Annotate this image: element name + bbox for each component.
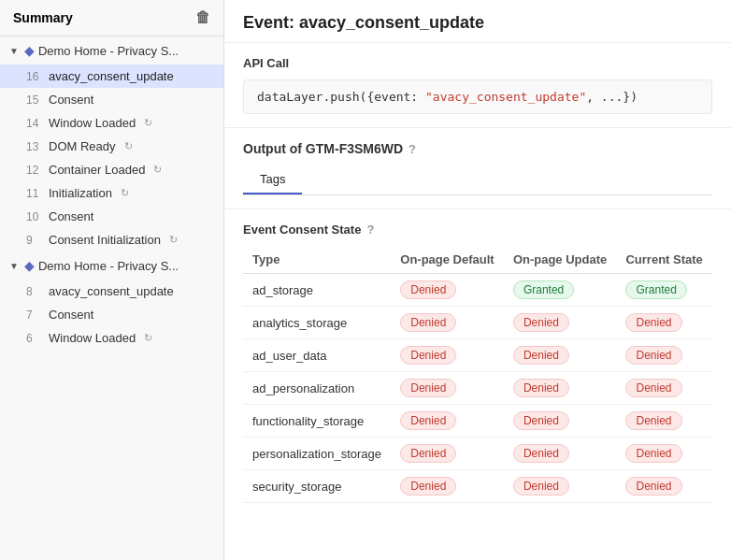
consent-type-4: functionality_storage (243, 405, 391, 438)
api-code-suffix: , ...}) (586, 90, 638, 104)
consent-default-4: Denied (391, 405, 504, 438)
api-code-event: "avacy_consent_update" (425, 90, 586, 104)
sidebar-item-13[interactable]: 13 DOM Ready ↻ (0, 135, 223, 158)
consent-table-header-row: Type On-page Default On-page Update Curr… (243, 246, 712, 274)
consent-section: Event Consent State ? Type On-page Defau… (224, 209, 731, 516)
item-num-8: 8 (26, 285, 43, 298)
sidebar: Summary 🗑 ▼ ◆ Demo Home - Privacy S... 1… (0, 0, 224, 560)
consent-update-3: Denied (504, 372, 617, 405)
item-num-7: 7 (26, 309, 43, 322)
sidebar-header: Summary 🗑 (0, 0, 223, 36)
output-tabs: Tags (243, 165, 712, 195)
refresh-icon-6: ↻ (144, 332, 152, 344)
refresh-icon-13: ↻ (124, 140, 133, 152)
sidebar-item-15[interactable]: 15 Consent (0, 88, 223, 111)
sidebar-item-8[interactable]: 8 avacy_consent_update (0, 280, 223, 303)
output-title: Output of GTM-F3SM6WD ? (243, 141, 712, 156)
api-call-box: dataLayer.push({event: "avacy_consent_up… (243, 79, 712, 114)
diamond-icon: ◆ (24, 43, 35, 58)
api-call-title: API Call (243, 56, 712, 70)
consent-row-0: ad_storageDeniedGrantedGranted (243, 274, 712, 307)
consent-current-4: Denied (616, 405, 712, 438)
item-label-13: DOM Ready (49, 139, 116, 153)
item-label-10: Consent (49, 209, 93, 223)
item-label-16: avacy_consent_update (49, 69, 174, 83)
refresh-icon-12: ↻ (153, 164, 162, 176)
refresh-icon-11: ↻ (121, 187, 129, 199)
chevron-down-icon-2: ▼ (9, 261, 19, 271)
output-title-text: Output of GTM-F3SM6WD (243, 141, 403, 156)
consent-update-1: Denied (504, 307, 617, 339)
col-header-type: Type (243, 246, 391, 274)
consent-update-6: Denied (504, 470, 617, 503)
output-section: Output of GTM-F3SM6WD ? Tags (224, 128, 731, 209)
consent-help-icon[interactable]: ? (366, 223, 374, 237)
item-num-12: 12 (26, 164, 43, 177)
sidebar-item-16[interactable]: 16 avacy_consent_update (0, 65, 223, 88)
consent-current-1: Denied (616, 307, 712, 339)
api-code-prefix: dataLayer.push({event: (257, 90, 425, 104)
consent-row-4: functionality_storageDeniedDeniedDenied (243, 405, 712, 438)
sidebar-item-11[interactable]: 11 Initialization ↻ (0, 181, 223, 205)
consent-row-2: ad_user_dataDeniedDeniedDenied (243, 339, 712, 372)
consent-current-3: Denied (616, 372, 712, 405)
group2-items: 8 avacy_consent_update 7 Consent 6 Windo… (0, 280, 223, 350)
consent-update-0: Granted (504, 274, 617, 307)
refresh-icon-9: ↻ (169, 234, 178, 246)
group2-label: Demo Home - Privacy S... (38, 259, 179, 273)
item-label-8: avacy_consent_update (49, 284, 174, 298)
consent-current-5: Denied (616, 438, 712, 470)
api-call-section: API Call dataLayer.push({event: "avacy_c… (224, 43, 731, 128)
consent-default-1: Denied (391, 307, 504, 339)
item-num-15: 15 (26, 93, 43, 107)
consent-type-1: analytics_storage (243, 307, 391, 339)
consent-default-2: Denied (391, 339, 504, 372)
consent-type-6: security_storage (243, 470, 391, 503)
item-label-11: Initialization (49, 186, 112, 200)
chevron-down-icon: ▼ (9, 46, 19, 56)
event-title: Event: avacy_consent_update (224, 0, 731, 43)
consent-title-text: Event Consent State (243, 223, 361, 237)
consent-default-0: Denied (391, 274, 504, 307)
refresh-icon-14: ↻ (144, 117, 152, 129)
item-label-9: Consent Initialization (49, 233, 161, 247)
sidebar-title: Summary (13, 10, 73, 25)
consent-type-3: ad_personalization (243, 372, 391, 405)
consent-row-3: ad_personalizationDeniedDeniedDenied (243, 372, 712, 405)
output-help-icon[interactable]: ? (408, 142, 416, 156)
item-num-16: 16 (26, 70, 43, 83)
sidebar-item-9[interactable]: 9 Consent Initialization ↻ (0, 228, 223, 251)
consent-table-body: ad_storageDeniedGrantedGrantedanalytics_… (243, 274, 712, 503)
sidebar-group-1[interactable]: ▼ ◆ Demo Home - Privacy S... (0, 36, 223, 65)
sidebar-item-12[interactable]: 12 Container Loaded ↻ (0, 158, 223, 181)
trash-icon[interactable]: 🗑 (195, 9, 210, 26)
item-label-15: Consent (49, 93, 93, 107)
group1-label: Demo Home - Privacy S... (38, 44, 179, 58)
sidebar-group-2[interactable]: ▼ ◆ Demo Home - Privacy S... (0, 251, 223, 280)
item-num-11: 11 (26, 187, 43, 200)
group1-items: 16 avacy_consent_update 15 Consent 14 Wi… (0, 65, 223, 251)
item-num-14: 14 (26, 117, 43, 130)
item-num-9: 9 (26, 234, 43, 247)
item-label-14: Window Loaded (49, 116, 136, 130)
consent-current-6: Denied (616, 470, 712, 503)
col-header-update: On-page Update (504, 246, 617, 274)
sidebar-item-6[interactable]: 6 Window Loaded ↻ (0, 326, 223, 350)
consent-default-3: Denied (391, 372, 504, 405)
sidebar-item-7[interactable]: 7 Consent (0, 303, 223, 326)
item-label-12: Container Loaded (49, 163, 145, 177)
sidebar-item-14[interactable]: 14 Window Loaded ↻ (0, 111, 223, 135)
consent-update-4: Denied (504, 405, 617, 438)
consent-default-6: Denied (391, 470, 504, 503)
consent-update-5: Denied (504, 438, 617, 470)
col-header-current: Current State (616, 246, 712, 274)
consent-type-0: ad_storage (243, 274, 391, 307)
item-num-13: 13 (26, 140, 43, 153)
consent-row-5: personalization_storageDeniedDeniedDenie… (243, 438, 712, 470)
consent-row-6: security_storageDeniedDeniedDenied (243, 470, 712, 503)
consent-current-0: Granted (616, 274, 712, 307)
tab-tags[interactable]: Tags (243, 165, 302, 194)
sidebar-item-10[interactable]: 10 Consent (0, 205, 223, 228)
diamond-icon-2: ◆ (24, 258, 35, 273)
consent-table: Type On-page Default On-page Update Curr… (243, 246, 712, 503)
